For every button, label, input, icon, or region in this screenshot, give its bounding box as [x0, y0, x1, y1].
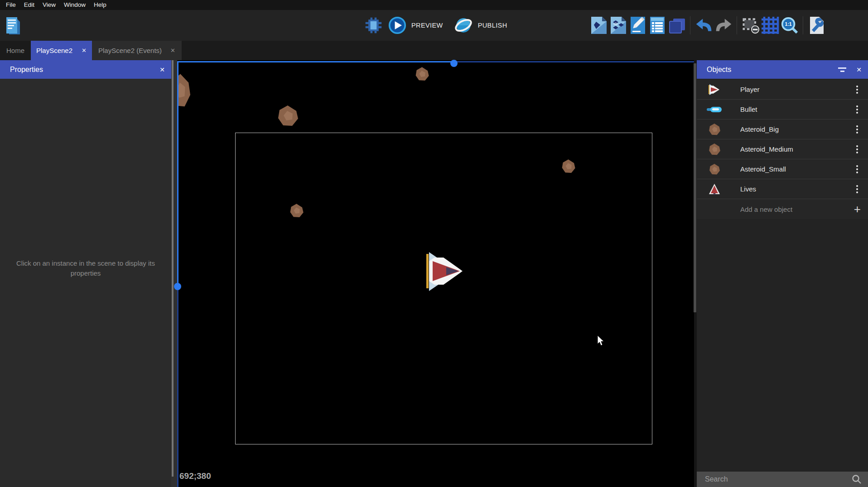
preview-button[interactable]: PREVIEW — [411, 22, 443, 29]
kebab-menu-icon[interactable] — [854, 104, 860, 115]
asteroid-icon — [707, 163, 722, 175]
redo-icon[interactable] — [714, 15, 733, 35]
menu-file[interactable]: File — [2, 0, 20, 10]
selection-handle-left[interactable] — [174, 283, 181, 290]
toolbar-separator — [737, 16, 737, 34]
kebab-menu-icon[interactable] — [854, 183, 860, 195]
properties-panel: Properties ✕ Click on an instance in the… — [0, 60, 171, 487]
plus-icon[interactable]: + — [854, 205, 861, 214]
tab-playscene2[interactable]: PlayScene2 ✕ — [31, 41, 92, 60]
gdevelop-window: File Edit View Window Help — [0, 0, 868, 487]
canvas-scrollbar-thumb[interactable] — [694, 63, 696, 312]
selection-border-top-far — [454, 61, 694, 62]
preview-play-icon[interactable] — [388, 15, 406, 35]
tab-home[interactable]: Home — [0, 41, 31, 60]
svg-text:1:1: 1:1 — [785, 22, 791, 27]
scene-edit-icon[interactable] — [590, 15, 608, 35]
object-row-asteroid-small[interactable]: Asteroid_Small — [697, 159, 868, 179]
undo-icon[interactable] — [695, 15, 713, 35]
filter-icon[interactable] — [838, 67, 846, 72]
properties-empty-hint: Click on an instance in the scene to dis… — [15, 258, 156, 278]
objects-list-icon[interactable] — [648, 15, 666, 35]
search-input[interactable] — [697, 475, 852, 484]
bullet-icon — [707, 106, 722, 113]
close-icon[interactable]: ✕ — [82, 47, 87, 54]
kebab-menu-icon[interactable] — [854, 163, 860, 175]
cursor-coordinates: 692;380 — [179, 471, 211, 481]
toolbar-center: PREVIEW PUBLISH — [363, 15, 514, 35]
project-manager-icon[interactable] — [4, 15, 22, 37]
player-ship-icon — [707, 84, 722, 95]
menu-view[interactable]: View — [39, 0, 60, 10]
properties-title: Properties — [10, 66, 43, 74]
menu-window[interactable]: Window — [60, 0, 90, 10]
player-ship-instance[interactable] — [424, 251, 464, 291]
project-settings-icon[interactable] — [808, 15, 826, 35]
menu-edit[interactable]: Edit — [20, 0, 39, 10]
toolbar-separator — [690, 16, 690, 34]
debug-icon[interactable] — [364, 15, 382, 35]
add-object-label: Add a new object — [740, 205, 854, 213]
close-icon[interactable]: ✕ — [856, 66, 862, 73]
scene-canvas[interactable]: 692;380 — [177, 60, 694, 487]
toolbar-right: 1:1 — [589, 15, 826, 35]
tab-playscene2-events[interactable]: PlayScene2 (Events) ✕ — [92, 41, 182, 60]
search-icon[interactable] — [852, 474, 862, 484]
editor-tab-bar: Home PlayScene2 ✕ PlayScene2 (Events) ✕ — [0, 41, 868, 60]
zoom-1to1-icon[interactable]: 1:1 — [781, 15, 799, 35]
menu-help[interactable]: Help — [90, 0, 111, 10]
left-panel-splitter[interactable] — [171, 60, 177, 487]
scene-properties-icon[interactable] — [629, 15, 647, 35]
close-icon[interactable]: ✕ — [159, 66, 165, 73]
menu-bar: File Edit View Window Help — [0, 0, 868, 10]
layers-icon[interactable] — [668, 15, 686, 35]
object-row-player[interactable]: Player — [697, 80, 868, 100]
selection-border-left-far — [177, 286, 178, 487]
object-row-asteroid-big[interactable]: Asteroid_Big — [697, 119, 868, 139]
kebab-menu-icon[interactable] — [854, 143, 860, 155]
splitter-handle[interactable] — [172, 60, 174, 477]
objects-panel-header: Objects ✕ — [697, 60, 868, 79]
objects-search-bar — [697, 472, 868, 487]
asteroid-instance[interactable] — [177, 72, 191, 109]
mouse-cursor — [597, 335, 606, 347]
properties-panel-header: Properties ✕ — [0, 60, 171, 79]
objects-panel: Objects ✕ Player — [697, 60, 868, 487]
kebab-menu-icon[interactable] — [854, 84, 860, 95]
lives-ship-icon — [707, 183, 722, 195]
publish-button[interactable]: PUBLISH — [478, 22, 507, 29]
selection-border-left — [177, 61, 178, 286]
objects-list: Player Bullet — [697, 80, 868, 219]
asteroid-instance[interactable] — [289, 203, 304, 218]
delete-selection-icon[interactable] — [742, 15, 760, 35]
asteroid-icon — [707, 143, 722, 156]
scene-world: 692;380 — [177, 60, 694, 487]
close-icon[interactable]: ✕ — [170, 47, 175, 54]
main-toolbar: PREVIEW PUBLISH — [0, 10, 868, 41]
asteroid-instance[interactable] — [276, 105, 299, 127]
object-row-lives[interactable]: Lives — [697, 179, 868, 199]
external-layouts-icon[interactable] — [609, 15, 627, 35]
publish-globe-icon[interactable] — [454, 15, 473, 35]
selection-handle-top[interactable] — [450, 60, 458, 67]
asteroid-icon — [707, 123, 722, 136]
asteroid-instance[interactable] — [415, 67, 429, 81]
objects-title: Objects — [707, 66, 731, 74]
grid-icon[interactable] — [761, 15, 779, 35]
object-row-asteroid-medium[interactable]: Asteroid_Medium — [697, 139, 868, 159]
asteroid-instance[interactable] — [561, 159, 576, 174]
object-row-bullet[interactable]: Bullet — [697, 100, 868, 119]
selection-border-top — [177, 61, 454, 62]
toolbar-separator — [803, 16, 803, 34]
kebab-menu-icon[interactable] — [854, 124, 860, 135]
add-object-row[interactable]: Add a new object + — [697, 199, 868, 219]
